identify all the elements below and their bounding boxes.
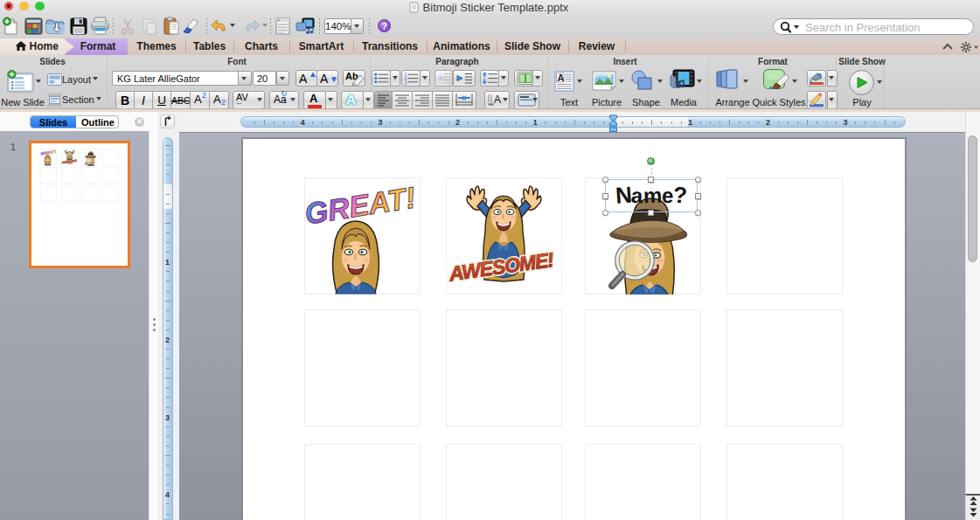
svg-text:A: A	[558, 73, 565, 83]
svg-text:3: 3	[404, 80, 407, 86]
svg-text:A: A	[494, 94, 501, 106]
